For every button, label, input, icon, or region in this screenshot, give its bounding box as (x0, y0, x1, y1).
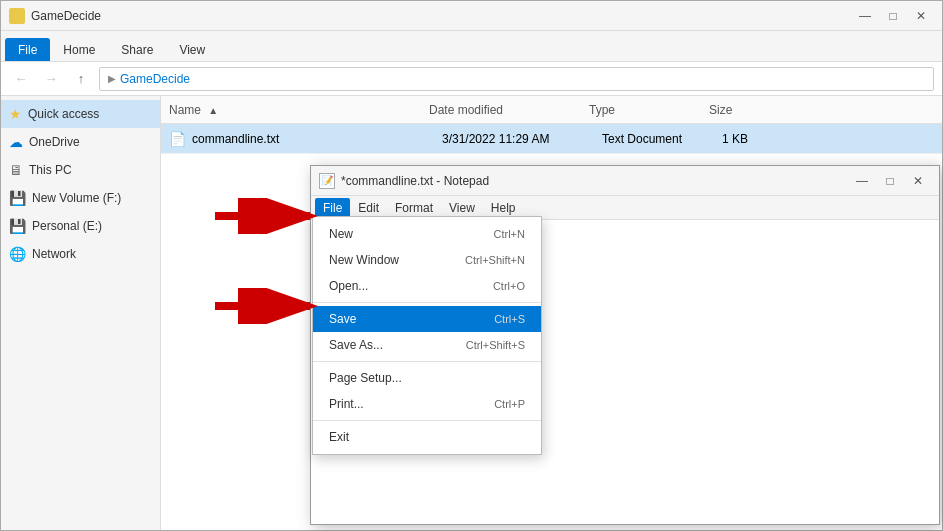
menu-item-exit-label: Exit (329, 430, 349, 444)
table-row[interactable]: 📄 commandline.txt 3/31/2022 11:29 AM Tex… (161, 124, 942, 154)
tab-file[interactable]: File (5, 38, 50, 61)
notepad-title-text: *commandline.txt - Notepad (341, 174, 489, 188)
menu-item-save-shortcut: Ctrl+S (494, 313, 525, 325)
sidebar-label-this-pc: This PC (29, 163, 72, 177)
path-root-icon: ▶ (108, 73, 116, 84)
title-bar: GameDecide — □ ✕ (1, 1, 942, 31)
notepad-controls: — □ ✕ (849, 168, 931, 194)
notepad-app-icon: 📝 (319, 173, 335, 189)
file-size: 1 KB (722, 132, 802, 146)
col-header-date[interactable]: Date modified (429, 103, 589, 117)
notepad-menu-edit[interactable]: Edit (350, 198, 387, 218)
file-txt-icon: 📄 (169, 131, 186, 147)
menu-item-exit[interactable]: Exit (313, 424, 541, 450)
menu-item-page-setup[interactable]: Page Setup... (313, 365, 541, 391)
address-bar: ← → ↑ ▶ GameDecide (1, 62, 942, 96)
sidebar: ★ Quick access ☁ OneDrive 🖥 This PC 💾 Ne… (1, 96, 161, 530)
folder-icon (9, 8, 25, 24)
col-name-label: Name (169, 103, 201, 117)
forward-button[interactable]: → (39, 67, 63, 91)
notepad-title-left: 📝 *commandline.txt - Notepad (319, 173, 489, 189)
title-bar-left: GameDecide (9, 8, 101, 24)
sidebar-label-quick-access: Quick access (28, 107, 99, 121)
separator-3 (313, 420, 541, 421)
menu-item-save[interactable]: Save Ctrl+S (313, 306, 541, 332)
notepad-close-button[interactable]: ✕ (905, 168, 931, 194)
notepad-title-bar: 📝 *commandline.txt - Notepad — □ ✕ (311, 166, 939, 196)
arrow-2-svg (215, 288, 325, 324)
tab-home[interactable]: Home (50, 38, 108, 61)
drive-e-icon: 💾 (9, 218, 26, 234)
col-header-name[interactable]: Name ▲ (169, 103, 429, 117)
separator-2 (313, 361, 541, 362)
tab-share[interactable]: Share (108, 38, 166, 61)
address-path[interactable]: ▶ GameDecide (99, 67, 934, 91)
menu-item-save-as[interactable]: Save As... Ctrl+Shift+S (313, 332, 541, 358)
menu-item-save-as-label: Save As... (329, 338, 383, 352)
menu-item-new[interactable]: New Ctrl+N (313, 221, 541, 247)
menu-item-new-window-label: New Window (329, 253, 399, 267)
menu-item-print[interactable]: Print... Ctrl+P (313, 391, 541, 417)
sidebar-item-quick-access[interactable]: ★ Quick access (1, 100, 160, 128)
menu-item-save-label: Save (329, 312, 356, 326)
ribbon-tabs: File Home Share View (1, 31, 942, 61)
file-dropdown-menu: New Ctrl+N New Window Ctrl+Shift+N Open.… (312, 216, 542, 455)
network-icon: 🌐 (9, 246, 26, 262)
col-type-label: Type (589, 103, 615, 117)
tab-view[interactable]: View (166, 38, 218, 61)
star-icon: ★ (9, 106, 22, 122)
menu-item-open-label: Open... (329, 279, 368, 293)
menu-item-new-shortcut: Ctrl+N (494, 228, 525, 240)
col-header-type[interactable]: Type (589, 103, 709, 117)
arrow-to-save (215, 288, 325, 324)
minimize-button[interactable]: — (852, 3, 878, 29)
notepad-menu-help[interactable]: Help (483, 198, 524, 218)
sidebar-item-this-pc[interactable]: 🖥 This PC (1, 156, 160, 184)
pc-icon: 🖥 (9, 162, 23, 178)
notepad-minimize-button[interactable]: — (849, 168, 875, 194)
menu-item-open[interactable]: Open... Ctrl+O (313, 273, 541, 299)
col-header-size[interactable]: Size (709, 103, 789, 117)
sidebar-item-personal[interactable]: 💾 Personal (E:) (1, 212, 160, 240)
drive-f-icon: 💾 (9, 190, 26, 206)
window-controls: — □ ✕ (852, 3, 934, 29)
sidebar-label-onedrive: OneDrive (29, 135, 80, 149)
menu-item-new-label: New (329, 227, 353, 241)
file-type: Text Document (602, 132, 722, 146)
sidebar-label-new-volume: New Volume (F:) (32, 191, 121, 205)
notepad-maximize-button[interactable]: □ (877, 168, 903, 194)
arrow-to-file-menu (215, 198, 325, 234)
menu-item-print-shortcut: Ctrl+P (494, 398, 525, 410)
path-folder[interactable]: GameDecide (120, 72, 190, 86)
sidebar-item-onedrive[interactable]: ☁ OneDrive (1, 128, 160, 156)
menu-item-open-shortcut: Ctrl+O (493, 280, 525, 292)
cloud-icon: ☁ (9, 134, 23, 150)
ribbon: File Home Share View (1, 31, 942, 62)
menu-item-page-setup-label: Page Setup... (329, 371, 402, 385)
sidebar-item-network[interactable]: 🌐 Network (1, 240, 160, 268)
col-date-label: Date modified (429, 103, 503, 117)
arrow-1-svg (215, 198, 325, 234)
menu-item-print-label: Print... (329, 397, 364, 411)
notepad-menu-view[interactable]: View (441, 198, 483, 218)
file-list-header: Name ▲ Date modified Type Size (161, 96, 942, 124)
sidebar-label-network: Network (32, 247, 76, 261)
back-button[interactable]: ← (9, 67, 33, 91)
menu-item-new-window[interactable]: New Window Ctrl+Shift+N (313, 247, 541, 273)
sidebar-label-personal: Personal (E:) (32, 219, 102, 233)
file-name: commandline.txt (192, 132, 442, 146)
separator-1 (313, 302, 541, 303)
notepad-menu-format[interactable]: Format (387, 198, 441, 218)
menu-item-save-as-shortcut: Ctrl+Shift+S (466, 339, 525, 351)
up-button[interactable]: ↑ (69, 67, 93, 91)
sort-arrow: ▲ (208, 105, 218, 116)
col-size-label: Size (709, 103, 732, 117)
file-date: 3/31/2022 11:29 AM (442, 132, 602, 146)
menu-item-new-window-shortcut: Ctrl+Shift+N (465, 254, 525, 266)
close-button[interactable]: ✕ (908, 3, 934, 29)
maximize-button[interactable]: □ (880, 3, 906, 29)
window-title: GameDecide (31, 9, 101, 23)
sidebar-item-new-volume[interactable]: 💾 New Volume (F:) (1, 184, 160, 212)
